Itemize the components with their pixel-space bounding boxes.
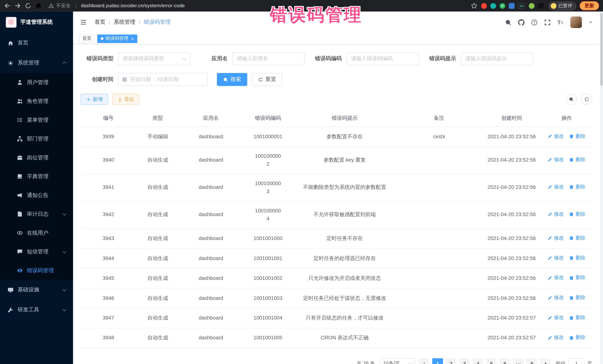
page-button-2[interactable]: 2 [446,358,456,364]
sidebar-item-10[interactable]: 在线用户 [0,223,73,243]
chevron-down-icon[interactable] [588,20,593,25]
close-icon[interactable]: × [131,36,134,41]
sidebar-item-9[interactable]: 审计日志 [0,205,73,223]
search-button[interactable]: 搜索 [217,73,247,86]
toggle-search-button[interactable] [566,94,577,105]
edit-link[interactable]: 修改 [548,156,564,164]
help-icon[interactable]: ? [531,19,537,26]
edit-link[interactable]: 修改 [548,294,564,302]
extension-icon-1[interactable] [481,3,487,9]
page-button-6[interactable]: 6 [499,358,510,364]
error-hint-input[interactable]: 请输入错误码提示 [461,52,533,65]
extension-icon-4[interactable] [509,3,514,9]
tab-1[interactable]: 错误码管理 × [97,34,137,43]
sidebar-item-12[interactable]: 错误码管理 [0,261,73,280]
page-button-4[interactable]: 4 [473,358,483,364]
goto-page-input[interactable]: 1 [568,358,584,364]
cell-operations: 修改删除 [541,288,592,309]
breadcrumb-item-2[interactable]: 错误码管理 [144,19,171,26]
extension-icon-7[interactable] [538,3,544,9]
extension-icon-5[interactable]: on [518,3,525,9]
sidebar-item-0[interactable]: 首页 [0,33,73,53]
hamburger-icon[interactable] [80,19,87,26]
edit-link[interactable]: 修改 [548,334,564,342]
delete-link[interactable]: 删除 [569,234,586,242]
cell-time: 2021-04-20 23:52:56 [482,174,541,201]
url-text[interactable]: dashboard.yudao.iocoder.cn/system/error-… [81,3,185,9]
add-button[interactable]: 新增 [81,94,108,105]
tab-0[interactable]: 首页 [79,34,95,43]
delete-link[interactable]: 删除 [569,132,586,140]
cell-time: 2021-04-20 23:52:56 [482,229,541,249]
extension-icon-6[interactable] [529,3,534,9]
breadcrumb-item-0[interactable]: 首页 [95,19,105,26]
error-type-select[interactable]: 请选择错误码类型 [118,52,190,65]
sidebar-item-6[interactable]: 岗位管理 [0,148,73,167]
error-code-input[interactable]: 请输入错误码编码 [347,52,419,65]
scrollbar[interactable] [600,11,603,364]
create-time-range[interactable]: 开始日期 - 结束日期 [118,73,208,86]
browser-update-button[interactable]: 更新 [580,1,599,10]
delete-link[interactable]: 删除 [569,314,586,322]
page-button-1[interactable]: 1 [432,358,443,364]
page-button-8[interactable]: 8 [527,358,537,364]
breadcrumb-item-1[interactable]: 系统管理 [114,19,135,26]
sidebar-item-5[interactable]: 部门管理 [0,129,73,148]
delete-link[interactable]: 删除 [569,274,586,282]
reload-icon[interactable] [25,2,32,9]
delete-link[interactable]: 删除 [569,156,586,164]
sidebar-item-14[interactable]: 研发工具 [0,300,73,320]
forward-icon[interactable] [14,2,21,9]
app-name-input[interactable]: 请输入应用名 [232,52,305,65]
delete-link[interactable]: 删除 [569,210,586,218]
back-icon[interactable] [4,2,11,9]
security-chip[interactable]: 不安全 [48,2,70,9]
sidebar-item-2[interactable]: 用户管理 [0,73,73,92]
extension-icon-2[interactable] [490,3,496,9]
sidebar-item-3[interactable]: 角色管理 [0,92,73,111]
sidebar-item-13[interactable]: 基础设施 [0,280,73,300]
edit-link[interactable]: 修改 [548,274,564,282]
tab-active-dot [101,37,104,40]
refresh-table-button[interactable] [581,94,592,105]
page-size-select[interactable]: 10条/页 [379,358,416,364]
delete-link[interactable]: 删除 [569,183,586,191]
delete-link[interactable]: 删除 [569,294,586,302]
sidebar-item-8[interactable]: 通知公告 [0,186,73,205]
logo-row[interactable]: 芋道管理系统 [0,11,73,33]
page-button-3[interactable]: 3 [459,358,470,364]
filter-row-1: 错误码类型 请选择错误码类型 应用名 请输入应用名 错误码编码 请输入错误码编码 [81,52,592,65]
sidebar-item-11[interactable]: 短信管理 [0,242,73,261]
sidebar-item-4[interactable]: 菜单管理 [0,111,73,130]
delete-link[interactable]: 删除 [569,254,586,262]
table-toolbar: 新增 导出 [81,94,592,105]
delete-link[interactable]: 删除 [569,334,586,342]
sidebar-item-7[interactable]: 字典管理 [0,167,73,186]
edit-link[interactable]: 修改 [548,183,564,191]
sidebar-item-1[interactable]: 系统管理 [0,53,73,73]
edit-link[interactable]: 修改 [548,254,564,262]
edit-link[interactable]: 修改 [548,132,564,140]
page-button-5[interactable]: 5 [486,358,497,364]
browser-home-icon[interactable] [35,2,42,9]
export-button[interactable]: 导出 [112,94,139,105]
cell-code: 1001001001 [242,248,293,268]
github-icon[interactable] [518,19,524,26]
next-page-button[interactable] [540,358,551,364]
reset-button[interactable]: 重置 [252,73,282,86]
user-avatar[interactable] [570,16,582,28]
sidebar-item-label: 角色管理 [27,98,48,105]
delete-icon [569,276,574,280]
prev-page-button[interactable] [419,358,429,364]
edit-link[interactable]: 修改 [548,314,564,322]
edit-link[interactable]: 修改 [548,210,564,218]
more-pages-button[interactable]: ··· [513,358,524,364]
font-size-icon[interactable]: TT [557,19,564,26]
extension-icon-3[interactable]: V [499,3,505,9]
fullscreen-icon[interactable] [544,19,551,26]
profile-paused-badge[interactable]: 已暂停 [549,1,576,10]
scrollbar-thumb[interactable] [600,13,603,86]
bookmark-star-icon[interactable] [471,2,477,9]
search-icon[interactable] [505,19,511,26]
edit-link[interactable]: 修改 [548,234,564,242]
